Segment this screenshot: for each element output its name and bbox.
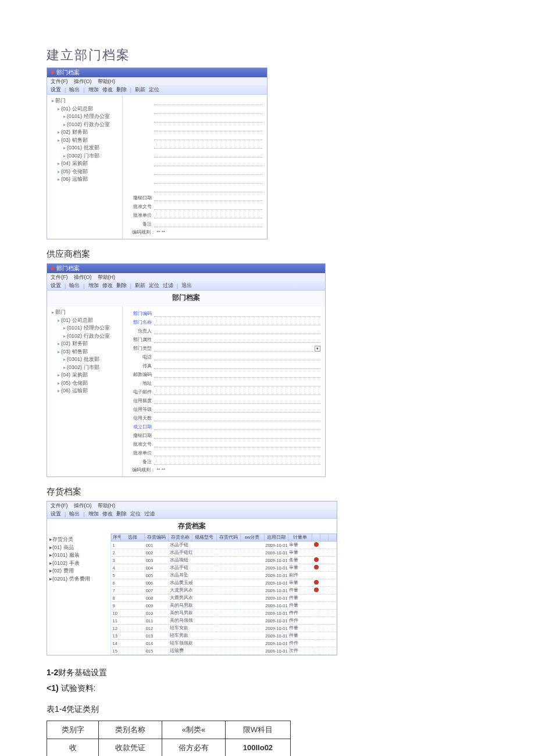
field-input[interactable] (154, 212, 262, 218)
table-row[interactable]: 11011美的马领领款2009-10-01件件 (112, 617, 337, 625)
tree-node[interactable]: ▸(04) 采购部 (49, 371, 120, 379)
tree-node[interactable]: ▸存货分类 (49, 536, 108, 544)
field-input[interactable] (154, 134, 262, 140)
tree-node[interactable]: ▸(01) 商品 (49, 544, 108, 552)
col-header[interactable]: 规格型号 (192, 534, 216, 542)
tree-node[interactable]: ▸(0301) 批发部 (49, 356, 120, 364)
field-input[interactable] (154, 125, 262, 131)
field-input[interactable] (154, 116, 262, 123)
tree-node[interactable]: ▸(0101) 经理办公室 (49, 324, 120, 332)
tree-node[interactable]: ▸(05) 仓储部 (49, 168, 120, 176)
tree-node[interactable]: ▸(01) 公司总部 (49, 317, 120, 325)
table-row[interactable]: 8008大鹿男风衣2009-10-01件量 (112, 594, 337, 602)
field-input[interactable] (154, 363, 320, 369)
tb-edit[interactable]: 修改 (102, 510, 113, 518)
menu-file[interactable]: 文件(F) (51, 78, 68, 85)
field-input[interactable] (154, 221, 262, 227)
field-input[interactable] (154, 415, 320, 421)
field-input[interactable] (154, 169, 262, 175)
field-input[interactable] (154, 186, 262, 192)
field-input[interactable] (154, 389, 320, 395)
tb-settings[interactable]: 设置 (51, 282, 61, 289)
col-header[interactable] (312, 534, 320, 542)
table-row[interactable]: 7007大龙男风衣2009-10-01件量 (112, 587, 337, 594)
field-input[interactable] (154, 177, 262, 184)
tb-delete[interactable]: 删除 (116, 86, 127, 94)
menu-help[interactable]: 帮助(H) (98, 78, 116, 85)
tree-node[interactable]: ▸(05) 仓储部 (49, 379, 120, 388)
tree-node[interactable]: ▸(0101) 经理办公室 (49, 113, 120, 121)
tree-node[interactable]: ▸(0102) 行政办公室 (49, 332, 120, 341)
field-input[interactable] (154, 151, 262, 157)
field-input[interactable] (154, 336, 320, 343)
field-input[interactable] (154, 424, 320, 430)
table-row[interactable]: 2002水晶手链红2009-10-01串量 (112, 549, 337, 557)
tb-delete[interactable]: 删除 (116, 510, 127, 518)
tb-refresh[interactable]: 刷新 (135, 86, 145, 94)
tb-settings[interactable]: 设置 (51, 86, 61, 94)
tree-node[interactable]: ▸(02) 财务部 (49, 340, 120, 348)
field-input[interactable] (154, 310, 320, 317)
table-row[interactable]: 15015运输费2009-10-01次件 (112, 647, 337, 655)
menu-file[interactable]: 文件(F) (51, 502, 68, 509)
field-input[interactable] (154, 380, 320, 386)
tree-node[interactable]: ▸(03) 销售部 (49, 137, 120, 145)
menubar[interactable]: 文件(F) 操作(O) 帮助(H) (47, 273, 325, 281)
dept-tree[interactable]: ▸部门▸(01) 公司总部▸(0101) 经理办公室▸(0102) 行政办公室▸… (47, 306, 123, 476)
tb-refresh[interactable]: 刷新 (135, 282, 145, 289)
field-input[interactable] (154, 160, 262, 166)
col-header[interactable]: 序号 (112, 534, 121, 542)
table-row[interactable]: 10010美的马男款2009-10-01件件 (112, 610, 337, 617)
tb-locate[interactable]: 定位 (130, 510, 141, 518)
menu-help[interactable]: 帮助(H) (98, 274, 116, 281)
menubar[interactable]: 文件(F) 操作(O) 帮助(H) (47, 501, 337, 510)
table-row[interactable]: 1001水晶手链2009-10-01串量 (112, 542, 337, 549)
field-input[interactable] (154, 441, 320, 447)
field-input[interactable] (154, 432, 320, 439)
tree-node[interactable]: ▸(0102) 行政办公室 (49, 121, 120, 129)
col-header[interactable]: 计量单 (288, 534, 312, 542)
table-row[interactable]: 12012轻车女款2009-10-01件量 (112, 625, 337, 632)
table-row[interactable]: 9009美的马男款2009-10-01件量 (112, 602, 337, 610)
tb-locate[interactable]: 定位 (149, 282, 159, 289)
menu-help[interactable]: 帮助(H) (98, 502, 116, 509)
tree-node[interactable]: ▸(04) 采购部 (49, 160, 120, 168)
field-input[interactable] (154, 345, 313, 352)
table-row[interactable]: 4004水晶手链2009-10-01串量 (112, 564, 337, 572)
field-input[interactable] (154, 195, 262, 201)
field-input[interactable] (154, 108, 262, 114)
tb-output[interactable]: 输出 (69, 282, 80, 289)
tree-node[interactable]: ▸(06) 运输部 (49, 175, 120, 184)
menu-operate[interactable]: 操作(O) (74, 78, 92, 85)
col-header[interactable]: 存货编码 (145, 534, 169, 542)
field-input[interactable] (154, 406, 320, 413)
field-input[interactable] (154, 450, 320, 456)
tb-add[interactable]: 增加 (88, 86, 99, 94)
col-header[interactable]: 启用日期 (264, 534, 288, 542)
tb-output[interactable]: 输出 (69, 510, 80, 518)
tree-node[interactable]: ▸(0201) 劳务费用 (49, 575, 108, 583)
field-input[interactable] (154, 319, 320, 325)
table-row[interactable]: 5005水晶耳坠2009-10-01副件 (112, 572, 337, 579)
tree-node[interactable]: ▸部门 (49, 97, 120, 105)
menubar[interactable]: 文件(F) 操作(O) 帮助(H) (47, 77, 267, 85)
tb-delete[interactable]: 删除 (116, 282, 127, 289)
col-header[interactable]: sw分类 (240, 534, 264, 542)
tree-node[interactable]: ▸(0302) 门市部 (49, 152, 120, 160)
table-row[interactable]: 6006水晶黄玉戒2009-10-01串量 (112, 579, 337, 587)
tree-node[interactable]: ▸(02) 财务部 (49, 128, 120, 137)
inventory-tree[interactable]: ▸存货分类▸(01) 商品▸(0101) 服装▸(0102) 手表▸(02) 费… (47, 533, 111, 655)
tree-node[interactable]: ▸(0301) 批发部 (49, 144, 120, 152)
field-input[interactable] (154, 371, 320, 378)
tb-settings[interactable]: 设置 (51, 510, 61, 518)
tb-exit[interactable]: 退出 (181, 282, 192, 289)
tb-locate[interactable]: 定位 (149, 86, 159, 94)
col-header[interactable]: 存货代码 (216, 534, 240, 542)
menu-operate[interactable]: 操作(O) (74, 274, 92, 281)
table-row[interactable]: 3003水晶项链2009-10-01条量 (112, 557, 337, 564)
table-row[interactable]: 13013轻车男款2009-10-01件量 (112, 632, 337, 640)
menu-file[interactable]: 文件(F) (51, 274, 68, 281)
field-input[interactable] (154, 203, 262, 210)
table-row[interactable]: 14014轻车领领款2009-10-01件件 (112, 640, 337, 647)
inventory-grid[interactable]: 序号选择存货编码存货名称规格型号存货代码sw分类启用日期计量单 1001水晶手链… (111, 533, 337, 655)
